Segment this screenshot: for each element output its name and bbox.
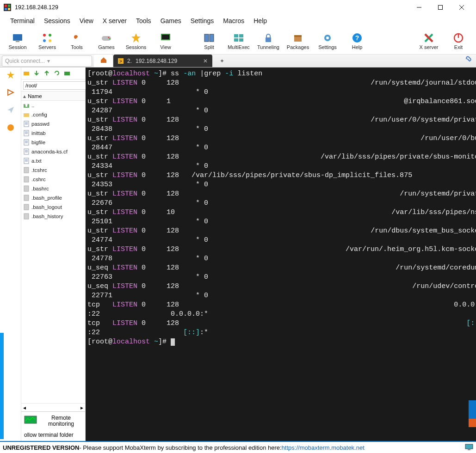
- close-button[interactable]: [451, 0, 472, 15]
- file-name: .cshrc: [31, 177, 46, 182]
- menu-games[interactable]: Games: [156, 16, 186, 26]
- tool-help[interactable]: ?Help: [342, 29, 372, 54]
- menu-view[interactable]: View: [75, 16, 98, 26]
- list-item[interactable]: .bashrc: [21, 184, 85, 193]
- svg-rect-45: [24, 121, 29, 127]
- list-item[interactable]: .bash_profile: [21, 193, 85, 202]
- svg-rect-40: [24, 72, 29, 75]
- minimize-button[interactable]: [408, 0, 430, 15]
- list-item[interactable]: .bash_history: [21, 212, 85, 221]
- refresh-icon[interactable]: [54, 70, 61, 77]
- send-icon[interactable]: [6, 105, 15, 115]
- file-name: passwd: [31, 121, 49, 127]
- svg-rect-2: [8, 5, 10, 7]
- help-icon: ?: [352, 32, 363, 43]
- svg-rect-69: [24, 204, 29, 210]
- svg-rect-1: [5, 5, 7, 7]
- servers-icon: [42, 32, 53, 43]
- right-accent: [469, 400, 476, 419]
- list-item[interactable]: .cshrc: [21, 175, 85, 184]
- list-item[interactable]: bigfile: [21, 138, 85, 147]
- file-icon: [23, 213, 30, 220]
- newfolder-icon[interactable]: [64, 70, 71, 77]
- list-item[interactable]: a.txt: [21, 156, 85, 165]
- list-item[interactable]: .config: [21, 110, 85, 119]
- tool-session[interactable]: Session: [3, 29, 32, 54]
- tool-multiexec[interactable]: MultiExec: [224, 29, 253, 54]
- svg-point-12: [49, 34, 51, 37]
- tool-xserver[interactable]: X server: [414, 29, 444, 54]
- file-icon: [23, 176, 30, 183]
- tool-exit[interactable]: Exit: [444, 29, 473, 54]
- tool-view[interactable]: View: [151, 29, 180, 54]
- tool-tools[interactable]: Tools: [62, 29, 92, 54]
- list-item[interactable]: inittab: [21, 129, 85, 138]
- terminal-tab[interactable]: > 2. 192.168.248.129 ✕: [113, 55, 212, 67]
- h-scrollbar[interactable]: ◂▸: [21, 403, 85, 411]
- file-icon: [23, 195, 30, 201]
- menu-help[interactable]: Help: [249, 16, 272, 26]
- list-item[interactable]: passwd: [21, 119, 85, 129]
- tool-servers[interactable]: Servers: [32, 29, 62, 54]
- caret-icon: ▴: [23, 93, 26, 99]
- globe-icon[interactable]: [6, 123, 15, 132]
- multiexec-icon: [233, 32, 244, 43]
- tool-games[interactable]: Games: [92, 29, 121, 54]
- list-item[interactable]: anaconda-ks.cf: [21, 147, 85, 156]
- list-item[interactable]: ..: [21, 101, 85, 110]
- file-name: ..: [31, 103, 34, 108]
- menu-tools[interactable]: Tools: [131, 16, 156, 26]
- svg-rect-25: [234, 38, 238, 42]
- svg-rect-4: [8, 8, 10, 10]
- list-item[interactable]: .bash_logout: [21, 202, 85, 212]
- svg-rect-61: [24, 158, 29, 164]
- upload-icon[interactable]: [43, 70, 51, 77]
- tool-split[interactable]: Split: [194, 29, 224, 54]
- home-tab[interactable]: [94, 55, 113, 67]
- svg-rect-41: [64, 72, 70, 75]
- menu-settings[interactable]: Settings: [186, 16, 219, 26]
- tool-sessions[interactable]: Sessions: [121, 29, 151, 54]
- tool-packages[interactable]: Packages: [283, 29, 313, 54]
- follow-terminal-row[interactable]: ollow terminal folder: [21, 430, 85, 441]
- menu-terminal[interactable]: Terminal: [6, 16, 39, 26]
- remote-monitoring-button[interactable]: Remote monitoring: [21, 411, 85, 430]
- file-list-header[interactable]: ▴ Name: [21, 92, 85, 101]
- package-icon: [292, 32, 303, 43]
- file-list: ...configpasswdinittabbigfileanaconda-ks…: [21, 101, 85, 403]
- svg-rect-68: [24, 195, 29, 201]
- favorites-icon[interactable]: [6, 70, 15, 80]
- svg-rect-3: [5, 8, 7, 10]
- menu-macros[interactable]: Macros: [218, 16, 249, 26]
- list-item[interactable]: .tcshrc: [21, 165, 85, 175]
- footer-link[interactable]: https://mobaxterm.mobatek.net: [282, 444, 365, 451]
- svg-rect-22: [210, 34, 214, 42]
- terminal[interactable]: [root@localhost ~]# ss -an |grep -i list…: [86, 67, 476, 441]
- tabs-row: Quick connect... ▾ > 2. 192.168.248.129 …: [0, 55, 476, 67]
- quick-connect-input[interactable]: Quick connect... ▾: [2, 55, 92, 67]
- folder-icon[interactable]: [23, 70, 31, 77]
- sftp-path-input[interactable]: [23, 81, 92, 90]
- file-icon: [23, 204, 30, 210]
- wrench-icon: [71, 32, 82, 43]
- maximize-button[interactable]: [430, 0, 451, 15]
- svg-point-31: [326, 37, 329, 39]
- file-icon: [23, 139, 30, 146]
- tab-close-icon[interactable]: ✕: [203, 58, 208, 64]
- paperclip-icon[interactable]: [464, 55, 472, 64]
- tool-tunneling[interactable]: Tunneling: [253, 29, 283, 54]
- right-accent2: [469, 419, 476, 427]
- star-icon: [130, 32, 142, 43]
- macros-icon[interactable]: [6, 88, 15, 97]
- menu-xserver[interactable]: X server: [98, 16, 131, 26]
- svg-text:>: >: [119, 59, 122, 64]
- svg-point-13: [43, 39, 46, 42]
- footer-msg: - Please support MobaXterm by subscribin…: [79, 444, 281, 451]
- power-icon: [453, 32, 464, 43]
- terminal-icon: >: [118, 58, 124, 64]
- quick-connect-placeholder: Quick connect...: [5, 58, 47, 64]
- tool-settings[interactable]: Settings: [313, 29, 342, 54]
- menu-sessions[interactable]: Sessions: [39, 16, 75, 26]
- new-tab-button[interactable]: ✦: [212, 55, 232, 67]
- download-icon[interactable]: [33, 70, 41, 77]
